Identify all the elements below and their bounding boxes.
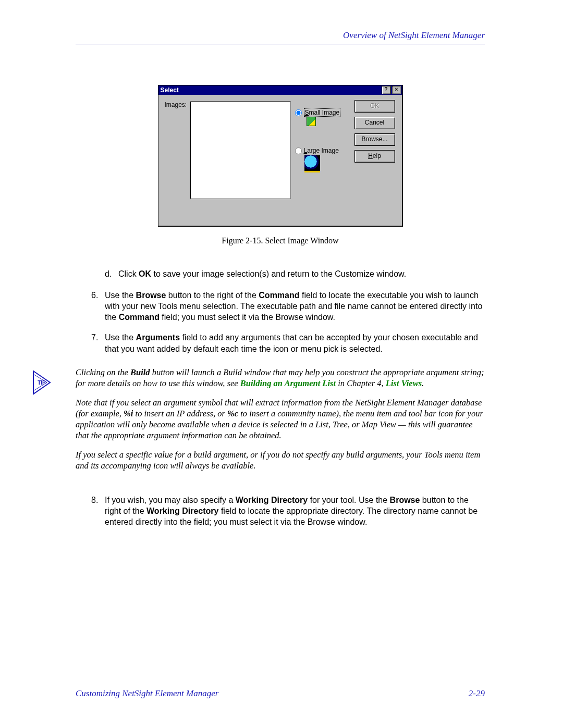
body-text: d. Click OK to save your image selection…: [76, 268, 485, 527]
tip-body: Clicking on the Build button will launch…: [76, 367, 485, 480]
small-image-icon: [307, 117, 316, 126]
large-image-icon: [304, 155, 320, 172]
tip-block: TIP Clicking on the Build button will la…: [8, 367, 485, 480]
dialog-body: Images: Small Image Large Image OK Cance…: [158, 95, 402, 226]
cancel-button[interactable]: Cancel: [354, 117, 395, 129]
footer-page-number: 2-29: [469, 688, 485, 699]
help-button[interactable]: Help: [354, 150, 395, 163]
small-image-radio-input[interactable]: [295, 109, 302, 116]
dialog-titlebar: Select ? ×: [158, 85, 402, 95]
page-footer: Customizing NetSight Element Manager 2-2…: [76, 686, 485, 699]
images-listbox[interactable]: [190, 101, 291, 199]
large-image-radio-input[interactable]: [295, 147, 302, 154]
step-7: 7. Use the Arguments field to add any ar…: [91, 332, 485, 354]
titlebar-help-button[interactable]: ?: [382, 86, 391, 94]
dialog-button-column: OK Cancel Browse... Help: [354, 100, 395, 167]
figure-caption: Figure 2-15. Select Image Window: [76, 236, 485, 245]
small-image-radio[interactable]: Small Image: [295, 108, 341, 117]
link-list-views[interactable]: List Views: [386, 378, 422, 388]
footer-left: Customizing NetSight Element Manager: [76, 688, 218, 699]
images-label: Images:: [165, 101, 187, 108]
tip-label: TIP: [8, 379, 76, 386]
large-image-radio-label: Large Image: [304, 147, 339, 154]
step-8: 8. If you wish, you may also specify a W…: [91, 495, 485, 527]
tip-para-3: If you select a specific value for a bui…: [76, 449, 485, 471]
tip-gutter: TIP: [8, 367, 76, 480]
titlebar-close-button[interactable]: ×: [392, 86, 401, 94]
page: Overview of NetSight Element Manager Sel…: [0, 0, 563, 728]
small-image-radio-label: Small Image: [304, 108, 341, 117]
large-image-radio[interactable]: Large Image: [295, 147, 339, 154]
ok-button[interactable]: OK: [354, 100, 395, 113]
step-d: d. Click OK to save your image selection…: [105, 268, 485, 279]
page-header-title: Overview of NetSight Element Manager: [76, 30, 485, 41]
header-rule: [76, 44, 485, 44]
link-building-argument-list[interactable]: Building an Argument List: [240, 378, 336, 388]
dialog-title: Select: [161, 85, 381, 95]
step-6: 6. Use the Browse button to the right of…: [91, 290, 485, 323]
browse-button[interactable]: Browse...: [354, 133, 395, 146]
select-dialog: Select ? × Images: Small Image Large Ima…: [158, 85, 403, 227]
tip-para-1: Clicking on the Build button will launch…: [76, 367, 485, 389]
tip-para-2: Note that if you select an argument symb…: [76, 397, 485, 441]
